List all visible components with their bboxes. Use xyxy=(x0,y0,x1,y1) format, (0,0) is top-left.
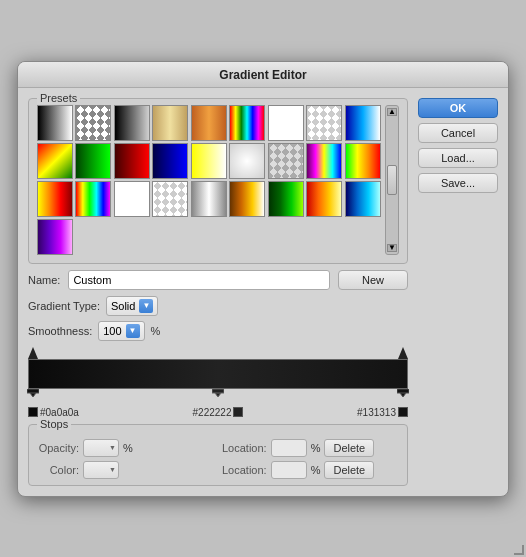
gradient-type-arrow[interactable]: ▼ xyxy=(139,299,153,313)
scroll-up-arrow[interactable]: ▲ xyxy=(387,108,397,116)
preset-swatch-6[interactable] xyxy=(268,105,304,141)
stops-section: Stops Opacity: ▼ % Location: % xyxy=(28,424,408,486)
right-panel: OK Cancel Load... Save... xyxy=(418,98,498,486)
name-label: Name: xyxy=(28,274,60,286)
preset-swatch-3[interactable] xyxy=(152,105,188,141)
preset-swatch-8[interactable] xyxy=(345,105,381,141)
gradient-type-label: Gradient Type: xyxy=(28,300,100,312)
stop-hex-middle: #222222 xyxy=(193,407,232,418)
color-stop-left[interactable] xyxy=(27,389,39,405)
color-delete-button[interactable]: Delete xyxy=(324,461,374,479)
presets-label: Presets xyxy=(37,92,80,104)
presets-container: ▲ ▼ xyxy=(37,105,399,255)
dialog-title-bar: Gradient Editor xyxy=(18,62,508,88)
scroll-thumb[interactable] xyxy=(387,165,397,195)
preset-swatch-12[interactable] xyxy=(152,143,188,179)
dialog-title: Gradient Editor xyxy=(219,68,306,82)
color-stop-right[interactable] xyxy=(397,389,409,405)
preset-swatch-27[interactable] xyxy=(37,219,73,255)
new-button[interactable]: New xyxy=(338,270,408,290)
color-location-input[interactable] xyxy=(271,461,307,479)
smoothness-value: 100 xyxy=(103,325,121,337)
opacity-location-percent: % xyxy=(311,442,321,454)
preset-swatch-17[interactable] xyxy=(345,143,381,179)
stop-color-icon-left xyxy=(28,407,38,417)
gradient-type-select[interactable]: Solid ▼ xyxy=(106,296,158,316)
stops-section-label: Stops xyxy=(37,418,71,430)
preset-swatch-1[interactable] xyxy=(75,105,111,141)
color-location-row: Location: % Delete xyxy=(222,461,399,479)
gradient-preview-strip[interactable] xyxy=(28,359,408,389)
stops-grid: Opacity: ▼ % Location: % Delete xyxy=(37,439,399,479)
color-value-select[interactable]: ▼ xyxy=(83,461,119,479)
presets-grid xyxy=(37,105,381,255)
name-input[interactable] xyxy=(68,270,330,290)
color-stops-row xyxy=(28,389,408,405)
ok-button[interactable]: OK xyxy=(418,98,498,118)
opacity-value-select[interactable]: ▼ xyxy=(83,439,119,457)
presets-section: Presets xyxy=(28,98,408,264)
opacity-label: Opacity: xyxy=(37,442,79,454)
save-button[interactable]: Save... xyxy=(418,173,498,193)
preset-swatch-22[interactable] xyxy=(191,181,227,217)
preset-swatch-24[interactable] xyxy=(268,181,304,217)
gradient-strip-area: #0a0a0a #222222 #131313 xyxy=(28,347,408,418)
gradient-editor-dialog: Gradient Editor Presets xyxy=(17,61,509,497)
stop-label-middle: #222222 xyxy=(193,407,244,418)
preset-swatch-23[interactable] xyxy=(229,181,265,217)
smoothness-row: Smoothness: 100 ▼ % xyxy=(28,321,408,341)
preset-swatch-20[interactable] xyxy=(114,181,150,217)
stop-label-left: #0a0a0a xyxy=(28,407,79,418)
stop-color-icon-middle xyxy=(233,407,243,417)
svg-marker-1 xyxy=(398,347,408,359)
svg-rect-5 xyxy=(212,389,224,393)
color-stop-middle[interactable] xyxy=(212,389,224,405)
stop-hex-right: #131313 xyxy=(357,407,396,418)
preset-swatch-16[interactable] xyxy=(306,143,342,179)
preset-swatch-9[interactable] xyxy=(37,143,73,179)
preset-swatch-11[interactable] xyxy=(114,143,150,179)
opacity-row: Opacity: ▼ % xyxy=(37,439,214,457)
preset-swatch-26[interactable] xyxy=(345,181,381,217)
smoothness-input-box[interactable]: 100 ▼ xyxy=(98,321,144,341)
preset-swatch-19[interactable] xyxy=(75,181,111,217)
color-location-percent: % xyxy=(311,464,321,476)
opacity-stop-right[interactable] xyxy=(398,347,408,359)
name-row: Name: New xyxy=(28,270,408,290)
preset-swatch-21[interactable] xyxy=(152,181,188,217)
cancel-button[interactable]: Cancel xyxy=(418,123,498,143)
svg-rect-3 xyxy=(27,389,39,393)
opacity-location-row: Location: % Delete xyxy=(222,439,399,457)
preset-swatch-0[interactable] xyxy=(37,105,73,141)
color-label: Color: xyxy=(37,464,79,476)
left-panel: Presets xyxy=(28,98,408,486)
preset-swatch-15[interactable] xyxy=(268,143,304,179)
scroll-down-arrow[interactable]: ▼ xyxy=(387,244,397,252)
opacity-stop-left[interactable] xyxy=(28,347,38,359)
gradient-type-row: Gradient Type: Solid ▼ xyxy=(28,296,408,316)
preset-swatch-13[interactable] xyxy=(191,143,227,179)
load-button[interactable]: Load... xyxy=(418,148,498,168)
preset-swatch-7[interactable] xyxy=(306,105,342,141)
preset-swatch-4[interactable] xyxy=(191,105,227,141)
opacity-location-input[interactable] xyxy=(271,439,307,457)
svg-rect-7 xyxy=(397,389,409,393)
stop-hex-left: #0a0a0a xyxy=(40,407,79,418)
opacity-location-label: Location: xyxy=(222,442,267,454)
preset-swatch-14[interactable] xyxy=(229,143,265,179)
opacity-delete-button[interactable]: Delete xyxy=(324,439,374,457)
opacity-percent: % xyxy=(123,442,133,454)
presets-scroll xyxy=(37,105,381,255)
svg-marker-0 xyxy=(28,347,38,359)
preset-swatch-2[interactable] xyxy=(114,105,150,141)
stop-label-right: #131313 xyxy=(357,407,408,418)
preset-swatch-18[interactable] xyxy=(37,181,73,217)
gradient-type-value: Solid xyxy=(111,300,135,312)
color-select-arrow: ▼ xyxy=(109,466,116,473)
preset-swatch-25[interactable] xyxy=(306,181,342,217)
smoothness-arrow[interactable]: ▼ xyxy=(126,324,140,338)
presets-scrollbar[interactable]: ▲ ▼ xyxy=(385,105,399,255)
smoothness-percent: % xyxy=(151,325,161,337)
preset-swatch-5[interactable] xyxy=(229,105,265,141)
preset-swatch-10[interactable] xyxy=(75,143,111,179)
